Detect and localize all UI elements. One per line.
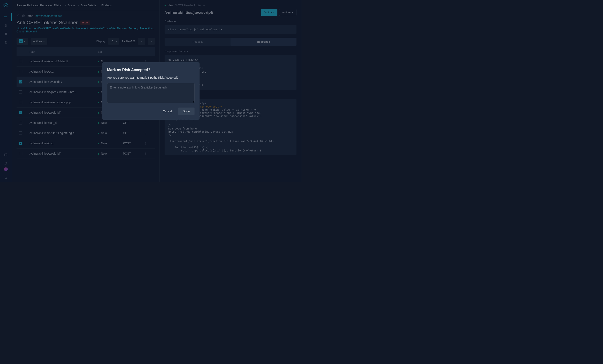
modal-text: Are you sure you want to mark 3 paths Ri… [107, 76, 195, 79]
cancel-button[interactable]: Cancel [159, 108, 176, 115]
modal-overlay[interactable]: Mark as Risk Accepted? Are you sure you … [0, 0, 302, 182]
modal-title: Mark as Risk Accepted? [107, 68, 195, 72]
modal-note-input[interactable] [107, 83, 195, 103]
modal: Mark as Risk Accepted? Are you sure you … [102, 62, 199, 120]
done-button[interactable]: Done [178, 108, 194, 115]
